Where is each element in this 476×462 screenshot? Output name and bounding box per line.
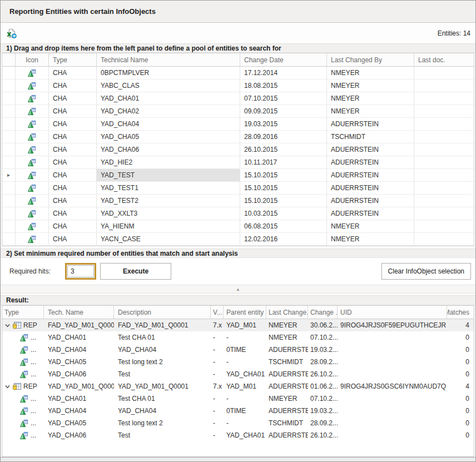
cell-last-changed-by[interactable]: ADUERRSTEIN [327, 169, 414, 181]
cell-icon[interactable] [16, 169, 49, 181]
cell-version[interactable]: - [211, 429, 224, 441]
cell-icon[interactable] [16, 233, 49, 245]
cell-technical-name[interactable]: YAD_CHA02 [97, 105, 240, 117]
cell-tech-name[interactable]: YAD_CHA01 [44, 331, 114, 344]
cell-description[interactable]: YAD_YAD_M01_Q0001 [114, 380, 211, 393]
cell-icon[interactable] [16, 92, 49, 105]
cell-last-changed-by[interactable]: ADUERRSTEIN [327, 143, 414, 156]
column-header[interactable]: Last Change... [266, 306, 308, 319]
cell-uid[interactable] [338, 429, 447, 441]
cell-change-date[interactable]: 26.10.2... [308, 429, 338, 441]
cell-description[interactable]: YAD_CHA04 [114, 344, 211, 356]
column-header[interactable]: Description [114, 306, 211, 319]
cell-version[interactable]: 7.x [211, 319, 224, 331]
result-child-row[interactable]: ...YAD_CHA06Test-YAD_CHA01ADUERRSTE...26… [2, 429, 474, 441]
cell-change-date[interactable]: 28.09.2... [308, 356, 338, 368]
cell-last-doc[interactable] [414, 169, 474, 181]
cell-icon[interactable] [16, 67, 49, 79]
row-marker-cell[interactable] [2, 182, 16, 194]
table-row[interactable]: CHAYABC_CLAS18.08.2015NMEYER [2, 80, 474, 92]
cell-type[interactable]: CHA [49, 80, 97, 92]
cell-description[interactable]: YAD_CHA04 [114, 405, 211, 417]
column-header[interactable]: Technical Name [97, 53, 240, 66]
cell-last-doc[interactable] [414, 143, 474, 156]
cell-type[interactable]: CHA [49, 131, 97, 143]
cell-type[interactable]: CHA [49, 233, 97, 245]
cell-last-changed-by[interactable]: NMEYER [327, 105, 414, 117]
column-header[interactable]: Last doc. [414, 53, 474, 66]
cell-tech-name[interactable]: YAD_CHA06 [44, 429, 114, 441]
cell-version[interactable]: - [211, 331, 224, 344]
cell-change-date[interactable]: 26.10.2015 [240, 143, 327, 156]
cell-type[interactable]: ... [2, 356, 44, 368]
cell-type[interactable]: CHA [49, 92, 97, 105]
cell-last-doc[interactable] [414, 105, 474, 117]
cell-last-doc[interactable] [414, 233, 474, 245]
cell-icon[interactable] [16, 80, 49, 92]
cell-tech-name[interactable]: YAD_CHA04 [44, 405, 114, 417]
cell-type[interactable]: ... [2, 417, 44, 429]
cell-change-date[interactable]: 01.06.2... [308, 380, 338, 393]
cell-last-changed-by[interactable]: NMEYER [327, 80, 414, 92]
cell-change-date[interactable]: 18.08.2015 [240, 80, 327, 92]
cell-matches[interactable]: 0 [447, 331, 474, 344]
cell-description[interactable]: FAD_YAD_M01_Q0001 [114, 319, 211, 331]
row-marker-cell[interactable] [2, 92, 16, 105]
cell-last-doc[interactable] [414, 118, 474, 130]
cell-matches[interactable]: 4 [447, 319, 474, 331]
cell-type[interactable]: CHA [49, 143, 97, 156]
cell-last-doc[interactable] [414, 131, 474, 143]
cell-icon[interactable] [16, 118, 49, 130]
cell-type[interactable]: ... [2, 344, 44, 356]
cell-icon[interactable] [16, 195, 49, 207]
cell-matches[interactable]: 0 [447, 356, 474, 368]
cell-type[interactable]: CHA [49, 118, 97, 130]
cell-technical-name[interactable]: YABC_CLAS [97, 80, 240, 92]
cell-tech-name[interactable]: FAD_YAD_M01_Q0001 [44, 319, 114, 331]
cell-type[interactable]: CHA [49, 220, 97, 232]
required-hits-input[interactable] [67, 265, 94, 277]
table-row[interactable]: CHAYAD_HIE210.11.2017ADUERRSTEIN [2, 156, 474, 169]
cell-parent-entity[interactable]: - [224, 393, 266, 405]
cell-parent-entity[interactable]: YAD_CHA01 [224, 429, 266, 441]
row-marker-cell[interactable] [2, 143, 16, 156]
result-child-row[interactable]: ...YAD_CHA05Test long text 2--TSCHMIDT28… [2, 417, 474, 429]
result-child-row[interactable]: ...YAD_CHA01Test CHA 01--NMEYER07.10.2..… [2, 331, 474, 344]
cell-tech-name[interactable]: YAD_YAD_M01_Q0001 [44, 380, 114, 393]
cell-technical-name[interactable]: YAD_CHA01 [97, 92, 240, 105]
export-to-excel-button[interactable] [6, 27, 18, 39]
cell-last-doc[interactable] [414, 182, 474, 194]
splitter[interactable]: ▴ [1, 285, 475, 294]
cell-change-date[interactable]: 15.10.2015 [240, 182, 327, 194]
execute-button[interactable]: Execute [100, 263, 171, 280]
cell-last-changed-by[interactable]: ADUERRSTEIN [327, 182, 414, 194]
cell-change-date[interactable]: 19.03.2015 [240, 118, 327, 130]
cell-last-changed-by[interactable]: ADUERRSTEIN [327, 156, 414, 168]
cell-type[interactable]: CHA [49, 67, 97, 79]
column-header[interactable]: Change Date [240, 53, 327, 66]
row-marker-cell[interactable] [2, 67, 16, 79]
chevron-down-icon[interactable] [4, 384, 11, 390]
result-child-row[interactable]: ...YAD_CHA04YAD_CHA04-0TIMEADUERRSTE...1… [2, 405, 474, 417]
column-header[interactable]: Type [2, 306, 44, 319]
cell-icon[interactable] [16, 131, 49, 143]
cell-last-changed-by[interactable]: NMEYER [327, 67, 414, 79]
cell-parent-entity[interactable]: 0TIME [224, 405, 266, 417]
row-marker-cell[interactable] [2, 118, 16, 130]
cell-type[interactable]: ... [2, 368, 44, 380]
expander[interactable] [4, 384, 11, 390]
table-row[interactable]: CHAYAD_CHA0419.03.2015ADUERRSTEIN [2, 118, 474, 131]
row-marker-cell[interactable] [2, 156, 16, 168]
column-header[interactable]: UID [338, 306, 447, 319]
cell-icon[interactable] [16, 156, 49, 168]
cell-last-changed-by[interactable]: ADUERRSTE... [266, 344, 308, 356]
cell-matches[interactable]: 0 [447, 368, 474, 380]
cell-technical-name[interactable]: 0BPCTMPLVER [97, 67, 240, 79]
cell-technical-name[interactable]: YACN_CASE [97, 233, 240, 245]
cell-uid[interactable]: 9IROG4JRJS0GSC6IYNM0AUD7Q [338, 380, 447, 393]
cell-uid[interactable] [338, 344, 447, 356]
cell-version[interactable]: - [211, 417, 224, 429]
cell-version[interactable]: - [211, 344, 224, 356]
table-row[interactable]: CHAYA_HIENM06.08.2015NMEYER [2, 220, 474, 233]
row-marker-cell[interactable] [2, 195, 16, 207]
